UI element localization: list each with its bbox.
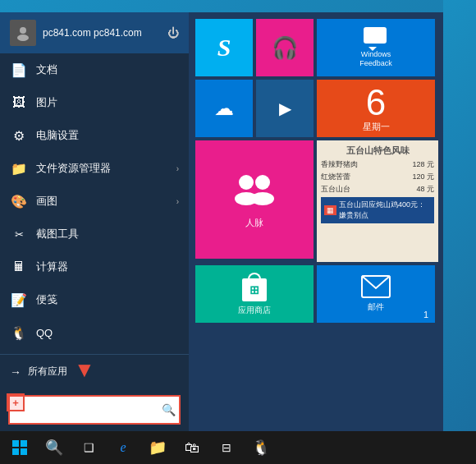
pictures-label: 图片 xyxy=(36,95,57,110)
tiles-row-2: ☁ ▶ 6 星期一 xyxy=(195,80,437,137)
snipping-icon: ✂ xyxy=(10,225,28,243)
tile-mail[interactable]: 邮件 1 xyxy=(317,265,435,323)
down-arrow-indicator: ▼ xyxy=(74,357,95,383)
user-name: pc841.com pc841.com xyxy=(43,27,161,39)
taskbar: 🔍 ❑ e 📁 🛍 ⊟ 🐧 xyxy=(0,431,476,464)
groove-icon: 🎧 xyxy=(272,35,298,61)
news-item-1-name: 香辣野猪肉 xyxy=(321,159,358,170)
news-item-1-price: 128 元 xyxy=(412,159,434,170)
left-panel: pc841.com pc841.com ⏻ 📄 文档 🖼 图片 ⚙ 电脑设置 xyxy=(0,12,189,431)
taskbar-ie-button[interactable]: e xyxy=(107,431,140,464)
news-item-2-price: 120 元 xyxy=(412,172,434,182)
store-windows-icon: ⊞ xyxy=(249,283,259,296)
pictures-icon: 🖼 xyxy=(10,94,28,112)
svg-point-0 xyxy=(20,27,26,34)
taskbar-qq-button[interactable]: 🐧 xyxy=(245,431,277,464)
tile-onedrive[interactable]: ☁ xyxy=(195,80,253,137)
cursor-cross-icon: + xyxy=(12,397,19,409)
windows-logo-icon xyxy=(12,440,27,455)
menu-item-snipping[interactable]: ✂ 截图工具 xyxy=(0,218,189,250)
ie-icon: e xyxy=(120,440,126,455)
calculator-label: 计算器 xyxy=(36,260,68,274)
calculator-icon: 🖩 xyxy=(10,258,28,276)
skype-icon: S xyxy=(217,34,231,62)
svg-rect-10 xyxy=(21,448,27,455)
mail-badge: 1 xyxy=(423,310,428,319)
taskbar-qq-icon: 🐧 xyxy=(252,439,270,457)
svg-point-2 xyxy=(239,175,254,190)
calendar-number: 6 xyxy=(366,85,386,121)
news-headline-bar: ▦ 五台山回应炖山鸡400元：嫌贵别点 xyxy=(321,197,434,223)
tile-calendar[interactable]: 6 星期一 xyxy=(317,80,435,137)
taskview-icon: ❑ xyxy=(84,441,94,454)
tile-news[interactable]: 五台山特色风味 香辣野猪肉 128 元 红烧苦蕾 120 元 五台山台 48 元 xyxy=(317,140,438,262)
search-icon[interactable]: 🔍 xyxy=(162,403,176,416)
start-button[interactable] xyxy=(3,431,36,464)
documents-icon: 📄 xyxy=(10,61,28,79)
menu-item-file-explorer[interactable]: 📁 文件资源管理器 › xyxy=(0,152,189,185)
search-input[interactable] xyxy=(10,397,179,423)
people-label: 人脉 xyxy=(245,217,263,229)
documents-label: 文档 xyxy=(36,62,57,77)
tile-feedback[interactable]: WindowsFeedback xyxy=(317,19,435,76)
menu-item-calculator[interactable]: 🖩 计算器 xyxy=(0,250,189,283)
taskbar-search-button[interactable]: 🔍 xyxy=(38,431,71,464)
file-explorer-arrow: › xyxy=(176,164,179,173)
menu-item-qq[interactable]: 🐧 QQ xyxy=(0,316,189,349)
tiles-row-5: ⊞ 应用商店 邮件 1 xyxy=(195,265,437,323)
avatar xyxy=(10,20,36,46)
taskbar-search-icon: 🔍 xyxy=(45,439,63,457)
desktop-background xyxy=(443,0,476,431)
search-box-container: ▼ + 🔍 xyxy=(0,388,189,431)
taskbar-explorer-button[interactable]: 📁 xyxy=(141,431,174,464)
menu-item-paint[interactable]: 🎨 画图 › xyxy=(0,185,189,218)
news-item-2: 红烧苦蕾 120 元 xyxy=(321,171,434,183)
qq-label: QQ xyxy=(36,327,53,339)
news-item-3-name: 五台山台 xyxy=(321,184,350,195)
video-icon: ▶ xyxy=(279,99,291,118)
tile-store[interactable]: ⊞ 应用商店 xyxy=(195,265,314,323)
menu-item-notepad[interactable]: 📝 便笺 xyxy=(0,283,189,316)
pc-settings-icon: ⚙ xyxy=(10,126,28,145)
menu-items-list: 📄 文档 🖼 图片 ⚙ 电脑设置 📁 文件资源管理器 › 🎨 xyxy=(0,53,189,354)
tile-skype[interactable]: S xyxy=(195,19,253,76)
file-explorer-icon: 📁 xyxy=(10,159,28,177)
store-bag-container: ⊞ xyxy=(242,273,267,301)
news-title: 五台山特色风味 xyxy=(321,145,434,157)
svg-point-5 xyxy=(251,192,274,205)
menu-item-pictures[interactable]: 🖼 图片 xyxy=(0,86,189,119)
news-item-1: 香辣野猪肉 128 元 xyxy=(321,158,434,171)
menu-item-documents[interactable]: 📄 文档 xyxy=(0,53,189,86)
news-item-3-price: 48 元 xyxy=(416,184,434,195)
news-icon: ▦ xyxy=(324,205,336,215)
user-section[interactable]: pc841.com pc841.com ⏻ xyxy=(0,12,189,53)
svg-point-1 xyxy=(17,34,29,41)
snipping-label: 截图工具 xyxy=(36,227,79,241)
news-item-2-name: 红烧苦蕾 xyxy=(321,172,350,182)
paint-icon: 🎨 xyxy=(10,192,28,210)
onedrive-icon: ☁ xyxy=(214,97,234,120)
search-box-wrapper: 🔍 xyxy=(8,395,181,425)
mail-label: 邮件 xyxy=(368,301,384,313)
pc-settings-label: 电脑设置 xyxy=(36,128,79,143)
news-item-3: 五台山台 48 元 xyxy=(321,183,434,195)
tiles-panel: S 🎧 WindowsFeedback xyxy=(189,12,443,431)
menu-item-pc-settings[interactable]: ⚙ 电脑设置 xyxy=(0,119,189,152)
taskbar-taskview-button[interactable]: ❑ xyxy=(72,431,105,464)
power-icon[interactable]: ⏻ xyxy=(167,26,179,39)
tiles-row-3: 人脉 五台山特色风味 香辣野猪肉 128 元 红烧苦蕾 120 元 xyxy=(195,140,437,262)
tile-groove[interactable]: 🎧 xyxy=(256,19,314,76)
taskbar-desktop-button[interactable]: ⊟ xyxy=(210,431,243,464)
all-apps-arrow-icon: → xyxy=(10,365,21,379)
svg-rect-7 xyxy=(12,440,19,447)
desktop: pc841.com pc841.com ⏻ 📄 文档 🖼 图片 ⚙ 电脑设置 xyxy=(0,0,476,464)
tile-extra[interactable]: ▶ xyxy=(256,80,314,137)
tile-people[interactable]: 人脉 xyxy=(195,140,314,259)
feedback-label-area: WindowsFeedback xyxy=(359,50,392,68)
store-label: 应用商店 xyxy=(238,305,271,316)
desktop-icon: ⊟ xyxy=(222,441,231,454)
all-apps-label: 所有应用 xyxy=(28,365,67,379)
svg-rect-8 xyxy=(21,440,27,447)
explorer-icon: 📁 xyxy=(149,439,167,457)
taskbar-store-button[interactable]: 🛍 xyxy=(176,431,208,464)
